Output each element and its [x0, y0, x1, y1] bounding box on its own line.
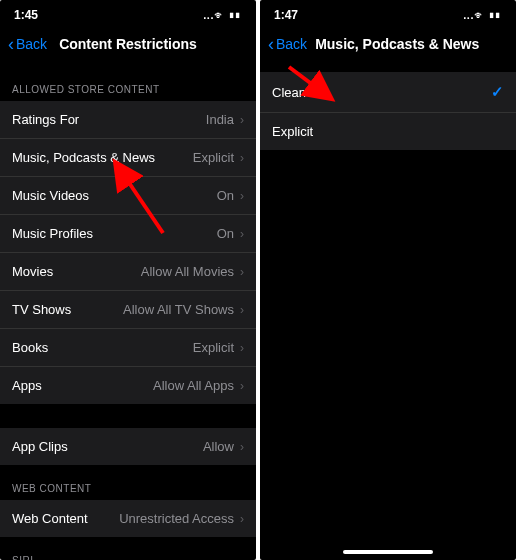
screenshot-music-podcasts-news: 1:47 ...ᯤ ▮▮ ‹ Back Music, Podcasts & Ne… — [260, 0, 516, 560]
nav-bar: ‹ Back Content Restrictions — [0, 26, 256, 66]
row-value: On — [217, 188, 234, 203]
option-explicit[interactable]: Explicit — [260, 113, 516, 150]
row-value-group: Explicit › — [193, 150, 244, 165]
row-books[interactable]: Books Explicit › — [0, 329, 256, 367]
row-value: Unrestricted Access — [119, 511, 234, 526]
chevron-right-icon: › — [240, 189, 244, 203]
status-time: 1:45 — [14, 8, 38, 22]
row-label: Ratings For — [12, 112, 79, 127]
status-bar: 1:45 ...ᯤ ▮▮ — [0, 0, 256, 26]
nav-bar: ‹ Back Music, Podcasts & News — [260, 26, 516, 66]
chevron-left-icon: ‹ — [8, 35, 14, 53]
row-value: On — [217, 226, 234, 241]
chevron-right-icon: › — [240, 512, 244, 526]
row-value: Allow All TV Shows — [123, 302, 234, 317]
chevron-right-icon: › — [240, 303, 244, 317]
option-clean[interactable]: Clean ✓ — [260, 72, 516, 113]
row-value: Allow All Apps — [153, 378, 234, 393]
row-label: Web Content — [12, 511, 88, 526]
list-allowed-store-content: Ratings For India › Music, Podcasts & Ne… — [0, 101, 256, 404]
chevron-left-icon: ‹ — [268, 35, 274, 53]
back-label: Back — [276, 36, 307, 52]
row-value: Explicit — [193, 150, 234, 165]
row-label: Movies — [12, 264, 53, 279]
row-web-content[interactable]: Web Content Unrestricted Access › — [0, 500, 256, 537]
chevron-right-icon: › — [240, 265, 244, 279]
status-icons: ...ᯤ ▮▮ — [203, 9, 242, 21]
row-value-group: Allow All Apps › — [153, 378, 244, 393]
row-apps[interactable]: Apps Allow All Apps › — [0, 367, 256, 404]
row-music-profiles[interactable]: Music Profiles On › — [0, 215, 256, 253]
row-label: Books — [12, 340, 48, 355]
row-label: Music Profiles — [12, 226, 93, 241]
row-value-group: Allow All TV Shows › — [123, 302, 244, 317]
chevron-right-icon: › — [240, 227, 244, 241]
row-label: App Clips — [12, 439, 68, 454]
status-bar: 1:47 ...ᯤ ▮▮ — [260, 0, 516, 26]
chevron-right-icon: › — [240, 379, 244, 393]
row-music-podcasts-news[interactable]: Music, Podcasts & News Explicit › — [0, 139, 256, 177]
row-ratings-for[interactable]: Ratings For India › — [0, 101, 256, 139]
option-label: Clean — [272, 85, 306, 100]
chevron-right-icon: › — [240, 440, 244, 454]
screenshot-content-restrictions: 1:45 ...ᯤ ▮▮ ‹ Back Content Restrictions… — [0, 0, 256, 560]
section-header-allowed: ALLOWED STORE CONTENT — [0, 66, 256, 101]
page-title: Music, Podcasts & News — [315, 36, 479, 52]
row-value: Allow All Movies — [141, 264, 234, 279]
row-music-videos[interactable]: Music Videos On › — [0, 177, 256, 215]
page-title: Content Restrictions — [59, 36, 197, 52]
row-value-group: Allow › — [203, 439, 244, 454]
row-app-clips[interactable]: App Clips Allow › — [0, 428, 256, 465]
row-label: Apps — [12, 378, 42, 393]
back-label: Back — [16, 36, 47, 52]
row-value: Explicit — [193, 340, 234, 355]
option-label: Explicit — [272, 124, 313, 139]
row-value-group: On › — [217, 226, 244, 241]
status-icons: ...ᯤ ▮▮ — [463, 9, 502, 21]
home-indicator[interactable] — [343, 550, 433, 554]
list-web-content: Web Content Unrestricted Access › — [0, 500, 256, 537]
row-value-group: On › — [217, 188, 244, 203]
status-time: 1:47 — [274, 8, 298, 22]
row-tv-shows[interactable]: TV Shows Allow All TV Shows › — [0, 291, 256, 329]
chevron-right-icon: › — [240, 151, 244, 165]
list-options: Clean ✓ Explicit — [260, 72, 516, 150]
row-value: Allow — [203, 439, 234, 454]
section-header-siri: SIRI — [0, 537, 256, 560]
list-app-clips: App Clips Allow › — [0, 428, 256, 465]
section-header-web: WEB CONTENT — [0, 465, 256, 500]
row-movies[interactable]: Movies Allow All Movies › — [0, 253, 256, 291]
row-value-group: Allow All Movies › — [141, 264, 244, 279]
row-value-group: Explicit › — [193, 340, 244, 355]
checkmark-icon: ✓ — [491, 83, 504, 101]
chevron-right-icon: › — [240, 341, 244, 355]
chevron-right-icon: › — [240, 113, 244, 127]
back-button[interactable]: ‹ Back — [8, 35, 47, 53]
back-button[interactable]: ‹ Back — [268, 35, 307, 53]
row-value-group: India › — [206, 112, 244, 127]
row-label: TV Shows — [12, 302, 71, 317]
row-label: Music, Podcasts & News — [12, 150, 155, 165]
row-label: Music Videos — [12, 188, 89, 203]
row-value: India — [206, 112, 234, 127]
row-value-group: Unrestricted Access › — [119, 511, 244, 526]
